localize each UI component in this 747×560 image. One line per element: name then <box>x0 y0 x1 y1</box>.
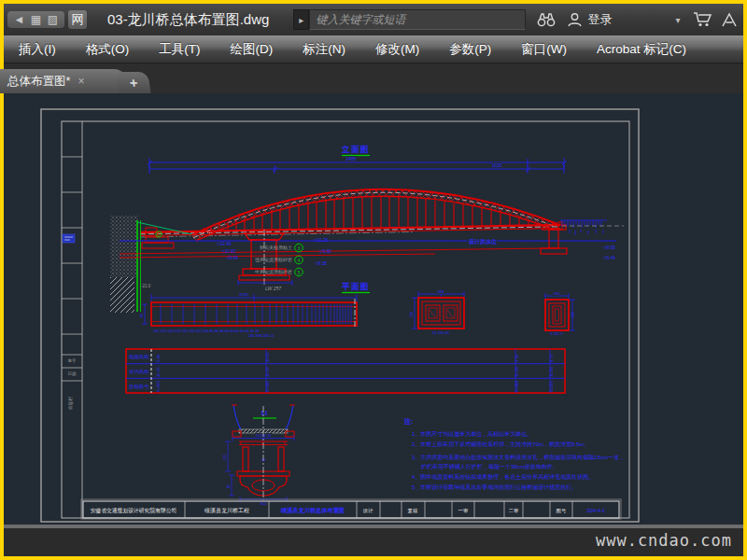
pier-footnote: LW 257 <box>265 286 281 291</box>
menu-format[interactable]: 格式(O) <box>71 41 145 58</box>
field-review-1: 一审 <box>458 508 469 513</box>
tab-close-icon[interactable]: × <box>78 75 84 88</box>
note-line-6: 5、本桥设计荷载等级及其余事项均按现行公路桥涵设计规范执行。 <box>412 483 577 491</box>
watermark-text: www.cndao.com <box>596 531 732 550</box>
svg-text:0+000: 0+000 <box>156 381 161 392</box>
note-line-1: 1、本图尺寸均以厘米为单位，高程以米为单位。 <box>412 430 532 438</box>
drawing-canvas[interactable]: 签字 日期 会签栏 立面图 2480 1020 <box>4 93 743 525</box>
section11-bottom-dim: 502 <box>261 501 268 506</box>
section-a-left-dim: 330 <box>409 311 414 317</box>
file-tab-bar: 总体布置图* × + <box>4 63 743 93</box>
pier-section-a: 498 330 45 150 45 <box>409 289 464 336</box>
section-title: I-I <box>261 410 267 416</box>
binding-cell-2: 日期 <box>68 371 78 376</box>
menu-bar: 插入(I) 格式(O) 工具(T) 绘图(D) 标注(N) 修改(M) 参数(P… <box>4 35 743 63</box>
field-check: 复核 <box>408 508 418 514</box>
field-review-2: 二审 <box>509 508 519 513</box>
cart-icon[interactable] <box>693 11 713 28</box>
table-row-label-2: 设计高程 <box>129 369 149 374</box>
svg-text:12.28: 12.28 <box>514 367 519 377</box>
bottom-strip: www.cndao.com <box>4 528 743 556</box>
section-b-right-dim: 435 <box>571 311 575 317</box>
svg-text:▽9.80: ▽9.80 <box>319 249 331 254</box>
cross-section-1-1: I-I 75 650 75 40 165 85 502 <box>222 405 295 506</box>
menu-dimension[interactable]: 标注(N) <box>288 41 360 58</box>
title-block: 安徽省交通规划设计研究院有限公司 绩溪县龙川桥工程 绩溪县龙川桥总体布置图 设计… <box>81 499 621 519</box>
field-design: 设计 <box>363 508 374 513</box>
svg-text:▽10.82: ▽10.82 <box>221 249 236 254</box>
svg-text:▽9.64: ▽9.64 <box>226 256 238 260</box>
note-line-3: 3、主拱拱肋与系梁结合处按实测水文资料设泄水孔，桥面铺装沿纵向每隔15cm一道， <box>412 454 625 461</box>
note-line-5: 4、图中地质资料系按钻探成果整理，各岩土层分界高程详见地质柱状图。 <box>412 473 594 481</box>
span-dim-label: 2480 <box>345 156 356 161</box>
svg-text:▽6.40: ▽6.40 <box>603 256 615 260</box>
search-expand-button[interactable]: ▸ <box>293 9 309 30</box>
section-a-bottom-dim: 45 150 45 <box>432 330 450 335</box>
project-name: 绩溪县龙川桥工程 <box>204 507 249 513</box>
svg-text:0+088: 0+088 <box>514 381 519 392</box>
bridge-drawing: 签字 日期 会签栏 立面图 2480 1020 <box>4 93 743 525</box>
svg-text:10.12: 10.12 <box>265 352 270 362</box>
undo-icon[interactable]: ◄ <box>12 13 26 26</box>
svg-text:9.86: 9.86 <box>156 354 161 362</box>
svg-text:8.72: 8.72 <box>549 354 554 362</box>
binding-cell-1: 签字 <box>68 358 78 363</box>
quick-access-toolbar: ◄ ▦ ▨ <box>7 11 64 28</box>
signin-caret-icon[interactable]: ▾ <box>675 15 680 25</box>
soil-layer-1: 卵石夹粉质粘土 <box>260 245 292 251</box>
menu-acrobat[interactable]: Acrobat 标记(C) <box>582 41 701 58</box>
svg-text:12.06: 12.06 <box>549 367 554 377</box>
deck-panel-lines <box>161 304 351 324</box>
user-icon[interactable] <box>567 12 583 28</box>
ground-lines <box>120 248 549 258</box>
soil-layer-2: 强风化泥质粉砂岩 <box>255 257 292 263</box>
notes-header: 注: <box>403 417 413 426</box>
section11-left-dim-2: 85 <box>226 483 231 488</box>
svg-text:▽8.65: ▽8.65 <box>603 245 615 250</box>
table-row-label-3: 里程桩号 <box>128 384 149 389</box>
workspace-icon[interactable]: ▦ <box>29 13 43 26</box>
water-level-label: 设计洪水位 <box>468 238 498 245</box>
net-icon[interactable]: 网 <box>68 10 87 29</box>
layer-no-2: 4 <box>298 259 301 263</box>
menu-tools[interactable]: 工具(T) <box>144 41 215 58</box>
search-input[interactable] <box>309 9 526 30</box>
svg-text:12.45: 12.45 <box>265 367 270 377</box>
menu-modify[interactable]: 修改(M) <box>360 41 434 58</box>
menu-parametric[interactable]: 参数(P) <box>434 41 506 58</box>
section11-left-dim: 165 <box>222 454 227 460</box>
field-number: 图号 <box>557 508 567 514</box>
plan-tick-row: 120 120 120 120 120 120 150 150 80 80 80… <box>153 329 260 333</box>
drawing-name: 绩溪县龙川桥总体布置图 <box>280 507 345 514</box>
title-bar: ◄ ▦ ▨ 网 03-龙川桥总体布置图.dwg ▸ 登录 ▾ <box>4 4 743 35</box>
plan-view: 平面图 3250 85 120 120 120 120 120 120 150 … <box>139 282 370 338</box>
table-values: 9.86 12.45 0+000 10.12 12.45 0+035 9.34 … <box>156 352 554 392</box>
svg-text:0+035: 0+035 <box>265 381 270 392</box>
drawing-number: S04-4-3 <box>586 508 604 513</box>
table-row-label-1: 地面高程 <box>128 354 149 360</box>
elevation-dimensions <box>148 158 567 174</box>
soil-layer-3: 中风化泥质粉砂岩 <box>255 269 292 275</box>
new-tab-button[interactable]: + <box>116 72 150 93</box>
signin-label[interactable]: 登录 <box>587 11 612 28</box>
plan-title: 平面图 <box>342 282 370 291</box>
plan-tick-row-2: 245 368 248 C5 <box>248 333 275 338</box>
notes-block: 注: 1、本图尺寸均以厘米为单位，高程以米为单位。 2、本桥上部采用下承式钢管砼… <box>403 417 625 491</box>
layer-no-3: 5 <box>298 271 301 275</box>
binding-label: 会签栏 <box>68 397 73 411</box>
menu-draw[interactable]: 绘图(D) <box>216 41 289 58</box>
menu-window[interactable]: 窗口(W) <box>506 41 582 58</box>
menu-insert[interactable]: 插入(I) <box>4 41 71 58</box>
binoculars-icon[interactable] <box>535 12 557 27</box>
main-pier: LW 257 卵石夹粉质粘土 强风化泥质粉砂岩 中风化泥质粉砂岩 3 4 5 <box>238 230 303 291</box>
svg-text:▽11.25: ▽11.25 <box>314 238 329 243</box>
section-b-top-dim: 250 <box>554 291 561 296</box>
company-name: 安徽省交通规划设计研究院有限公司 <box>91 507 177 514</box>
note-line-2: 2、本桥上部采用下承式钢管砼系杆拱，主跨净跨70m，桥面净宽8.5m。 <box>412 441 589 448</box>
note-line-4: 护栏采用不锈钢人行护栏，每隔一个38cm设装饰构件。 <box>420 463 558 470</box>
side-span-dim-label: 1020 <box>491 162 501 168</box>
drawing-tab[interactable]: 总体布置图* × <box>0 69 127 93</box>
exchange-apps-icon[interactable] <box>721 12 738 28</box>
profile-table: 地面高程 设计高程 里程桩号 9.86 12.45 0+000 10.12 12… <box>126 349 565 393</box>
layout-icon[interactable]: ▨ <box>46 13 60 26</box>
